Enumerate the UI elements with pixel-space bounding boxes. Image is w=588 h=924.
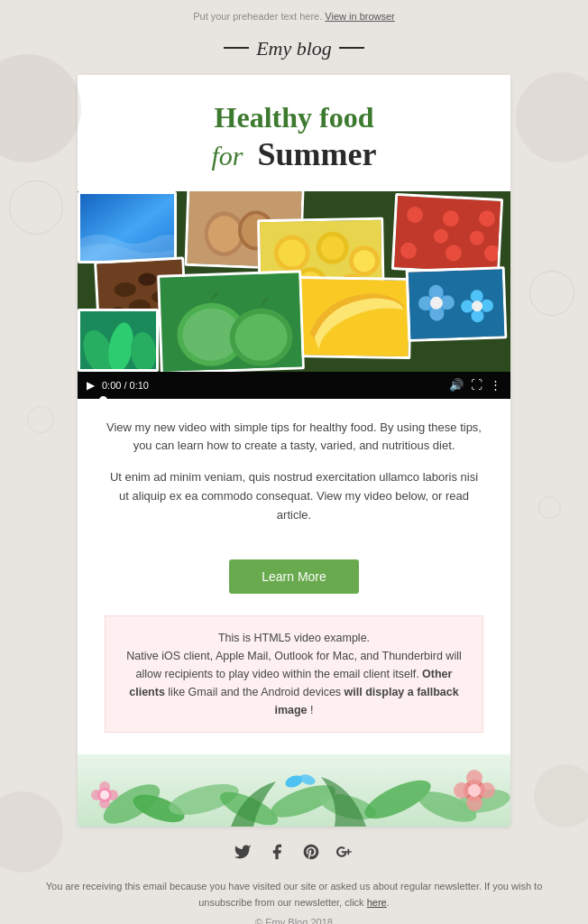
floral-decoration [78, 754, 510, 827]
info-box: This is HTML5 video example. Native iOS … [105, 615, 483, 733]
logo-dash-right [339, 47, 364, 49]
footer-description: You are receiving this email because you… [27, 878, 561, 911]
svg-point-82 [454, 782, 470, 799]
info-exclaim: ! [310, 704, 313, 716]
collage-flowers-tile [406, 266, 508, 342]
volume-button[interactable]: 🔊 [449, 378, 464, 392]
title-healthy-food: Healthy food [105, 100, 483, 134]
video-controls[interactable]: ▶ 0:00 / 0:10 🔊 ⛶ ⋮ [78, 372, 510, 399]
collage-raspberries-tile [391, 192, 503, 274]
unsubscribe-link[interactable]: here [367, 897, 387, 908]
svg-point-83 [479, 782, 495, 799]
twitter-icon[interactable] [234, 843, 252, 865]
learn-more-button[interactable]: Learn More [229, 559, 359, 594]
title-area: Healthy food for Summer [78, 75, 510, 191]
video-collage [78, 191, 510, 372]
footer-area: You are receiving this email because you… [0, 827, 588, 924]
googleplus-icon[interactable] [336, 843, 354, 865]
video-container[interactable]: ▶ 0:00 / 0:10 🔊 ⛶ ⋮ [78, 191, 510, 399]
collage-herbs-tile [78, 309, 159, 372]
info-line2: Native iOS client, Apple Mail, Outlook f… [126, 650, 461, 680]
info-line1: This is HTML5 video example. [218, 632, 370, 644]
svg-point-78 [100, 790, 109, 799]
play-button[interactable]: ▶ [87, 379, 95, 392]
collage-bananas-tile [293, 275, 412, 358]
logo-dash-left [224, 47, 249, 49]
svg-point-81 [466, 795, 482, 811]
logo-area: Emy blog [0, 27, 588, 75]
content-intro: View my new video with simple tips for h… [105, 419, 483, 457]
svg-point-84 [468, 784, 481, 797]
content-area: View my new video with simple tips for h… [78, 399, 510, 552]
svg-rect-25 [394, 196, 503, 275]
preheader-text: Put your preheader text here. [193, 11, 322, 22]
info-line3: like Gmail and the Android devices [168, 686, 344, 698]
pinterest-icon[interactable] [302, 843, 320, 865]
button-area: Learn More [78, 552, 510, 615]
logo-title: Emy blog [256, 37, 332, 60]
fullscreen-button[interactable]: ⛶ [471, 378, 482, 392]
copyright: © Emy Blog 2018 [27, 917, 561, 924]
collage-apples-tile [157, 270, 305, 372]
title-summer-line: for Summer [105, 134, 483, 174]
preheader: Put your preheader text here. View in br… [0, 0, 588, 27]
more-options-button[interactable]: ⋮ [490, 378, 501, 392]
collage-ocean-tile [78, 191, 177, 263]
main-card: Healthy food for Summer [78, 75, 510, 827]
view-in-browser-link[interactable]: View in browser [325, 11, 394, 22]
content-body: Ut enim ad minim veniam, quis nostrud ex… [105, 468, 483, 524]
svg-rect-45 [296, 279, 412, 359]
title-summer: Summer [258, 136, 377, 172]
svg-point-80 [466, 770, 482, 786]
facebook-icon[interactable] [268, 843, 286, 865]
video-time: 0:00 / 0:10 [102, 380, 149, 391]
blog-logo: Emy blog [224, 37, 364, 60]
title-for: for [211, 141, 243, 171]
social-icons [27, 843, 561, 865]
